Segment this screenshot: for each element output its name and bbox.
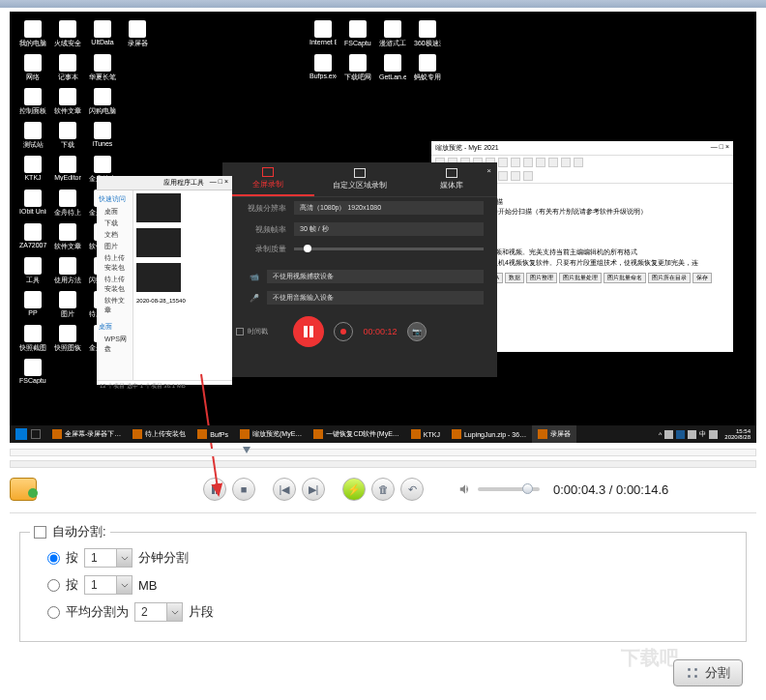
desktop-icon[interactable]: 测试站 [19, 119, 46, 153]
desktop-icon[interactable]: Internet Explorer [309, 17, 337, 51]
desktop-icon[interactable]: 360极速浏览器 [414, 17, 441, 51]
desktop-icon[interactable]: 快照图恢复 [54, 322, 81, 356]
stop-button[interactable]: ■ [232, 478, 255, 501]
segments-spinner[interactable]: 2 [134, 602, 183, 622]
taskbar-item[interactable]: 全屏幕-录屏器下… [46, 425, 127, 443]
desktop-icon[interactable]: 图片 [54, 288, 81, 322]
resolution-select[interactable]: 高清（1080p） 1920x1080 [294, 201, 484, 215]
tool-button[interactable]: 图片整理 [526, 273, 557, 283]
desktop-icons-mid: Internet ExplorerFSCapture-快捷方式漫游式工具360极… [309, 17, 441, 85]
delete-button[interactable]: 🗑 [371, 478, 395, 501]
close-icon[interactable]: × [486, 166, 491, 175]
audio-device-select[interactable]: 不使用音频输入设备 [267, 291, 484, 305]
pause-button[interactable] [293, 316, 324, 347]
footer: 分割 [673, 659, 743, 686]
timecode-display: 0:00:04.3 / 0:00:14.6 [553, 482, 668, 497]
desktop-icon[interactable]: 华夏长笔高数据管理工具 [89, 51, 116, 85]
white-win-title: 缩放预览 - MyE 2021 [435, 143, 499, 153]
desktop-icon[interactable]: 我的电脑 [19, 17, 46, 51]
effect-button[interactable]: ⚡ [342, 478, 366, 501]
split-button[interactable]: 分割 [673, 659, 743, 686]
desktop-icon[interactable]: 使用方法.txt [54, 254, 81, 288]
desktop-icon[interactable]: UltData [89, 17, 116, 51]
tool-button[interactable]: 图片批量命名 [604, 273, 646, 283]
desktop-icon[interactable]: 控制面板 [19, 85, 46, 119]
desktop-icon[interactable]: FSCapture [19, 356, 46, 387]
playhead-marker[interactable] [243, 447, 250, 453]
scissors-icon [686, 666, 699, 680]
volume-slider[interactable] [478, 487, 540, 491]
watermark: 下载吧 [621, 645, 679, 671]
desktop-icon[interactable]: MyEditor [54, 153, 81, 187]
video-device-select[interactable]: 不使用视频捕获设备 [267, 270, 484, 283]
taskbar-item[interactable]: 一键恢复CD软件(MyE… [308, 425, 404, 443]
desktop-icon[interactable]: 软件文章 [54, 220, 81, 254]
tool-button[interactable]: 数据 [505, 273, 524, 283]
tool-button[interactable]: 保存 [692, 273, 712, 283]
taskbar-item[interactable]: 待上传安装包 [127, 425, 192, 443]
play-pause-button[interactable] [203, 478, 226, 501]
title-bar [0, 0, 766, 8]
split-by-size-radio[interactable] [47, 579, 60, 592]
desktop-icon[interactable]: 蚂蚁专用编辑器-快 [414, 51, 441, 85]
taskbar-item[interactable]: KTKJ [405, 425, 446, 443]
desktop-screenshot: 我的电脑火绒安全软件UltData录屏器网络记事本华夏长笔高数据管理工具控制面板… [10, 12, 756, 443]
auto-split-fieldset: 自动分割: 按 1 分钟分割 按 1 MB 平均分割为 2 片段 [19, 523, 747, 642]
desktop-icon[interactable]: 软件文章 [54, 85, 81, 119]
desktop-icon[interactable]: PP [19, 288, 46, 322]
desktop-icon[interactable]: 闪购电脑录屏器 [89, 85, 116, 119]
screenshot-button[interactable]: 📷 [407, 322, 427, 341]
close-icon[interactable]: — □ × [711, 143, 729, 153]
minute-spinner[interactable]: 1 [84, 548, 133, 568]
desktop-icon[interactable]: Bufps.exe [309, 51, 337, 85]
separator [10, 512, 756, 513]
timeline-ruler [10, 460, 756, 468]
desktop-icon[interactable]: IObit Uninstaller [19, 187, 46, 220]
split-average-radio[interactable] [47, 606, 60, 619]
taskbar-item[interactable]: BufPs [192, 425, 234, 443]
size-spinner[interactable]: 1 [84, 575, 133, 595]
record-timer: 00:00:12 [363, 327, 397, 336]
timestamp-checkbox[interactable] [236, 328, 244, 335]
desktop-icon[interactable]: 火绒安全软件 [54, 17, 81, 51]
auto-split-label: 自动分割: [52, 523, 106, 540]
auto-split-checkbox[interactable] [34, 526, 46, 539]
taskbar-item[interactable]: LupingJun.zip - 36… [446, 425, 532, 443]
split-by-minute-radio[interactable] [47, 552, 60, 565]
prev-button[interactable]: |◀ [273, 478, 296, 501]
timeline-track[interactable] [10, 449, 756, 456]
tab-region[interactable]: 自定义区域录制 [314, 162, 406, 196]
desktop-icon[interactable]: 网络 [19, 51, 46, 85]
desktop-icon[interactable]: FSCapture-快捷方式 [344, 17, 371, 51]
transport-toolbar: ■ |◀ ▶| ⚡ 🗑 ↶ 0:00:04.3 / 0:00:14.6 [10, 478, 756, 501]
desktop-icon[interactable]: 漫游式工具 [379, 17, 406, 51]
explorer-window: 应用程序工具— □ × 快速访问 桌面下载文档图片待上传安装包待上传安装包软件文… [97, 176, 232, 385]
video-preview: 我的电脑火绒安全软件UltData录屏器网络记事本华夏长笔高数据管理工具控制面板… [10, 12, 756, 443]
desktop-icon[interactable]: 下载吧网站.htm [344, 51, 371, 85]
record-button[interactable] [334, 322, 353, 341]
undo-button[interactable]: ↶ [400, 478, 424, 501]
taskbar-item[interactable]: 录屏器 [532, 425, 576, 443]
desktop-icon[interactable]: GetLan.exe 快捷方式 [379, 51, 406, 85]
taskbar-item[interactable]: 缩放预览(MyE… [234, 425, 308, 443]
desktop-icon[interactable]: 录屏器 [124, 17, 151, 51]
desktop-icon[interactable]: 记事本 [54, 51, 81, 85]
tab-fullscreen[interactable]: 全屏录制 [222, 162, 314, 196]
desktop-icon[interactable]: KTKJ [19, 153, 46, 187]
tool-button[interactable]: 图片批量处理 [559, 273, 602, 283]
tool-button[interactable]: 图片所在目录 [648, 273, 691, 283]
volume-icon [458, 482, 472, 496]
desktop-icon[interactable]: 下载 [54, 119, 81, 153]
desktop-icon[interactable]: 金舟待上传安装包 [54, 187, 81, 220]
start-button[interactable] [15, 428, 27, 440]
desktop-icon[interactable]: iTunes [89, 119, 116, 153]
tab-media[interactable]: 媒体库 [405, 162, 497, 196]
fps-select[interactable]: 30 帧 / 秒 [294, 222, 484, 236]
recording-panel: × 全屏录制 自定义区域录制 媒体库 视频分辨率高清（1080p） 1920x1… [222, 162, 497, 377]
desktop-icon[interactable]: 工具 [19, 254, 46, 288]
quality-slider[interactable] [294, 248, 484, 250]
next-button[interactable]: ▶| [302, 478, 325, 501]
desktop-icon[interactable]: ZA72007 SoftwareU [19, 220, 46, 254]
desktop-icon[interactable]: 快照截图器 [19, 322, 46, 356]
open-folder-button[interactable] [10, 478, 37, 501]
